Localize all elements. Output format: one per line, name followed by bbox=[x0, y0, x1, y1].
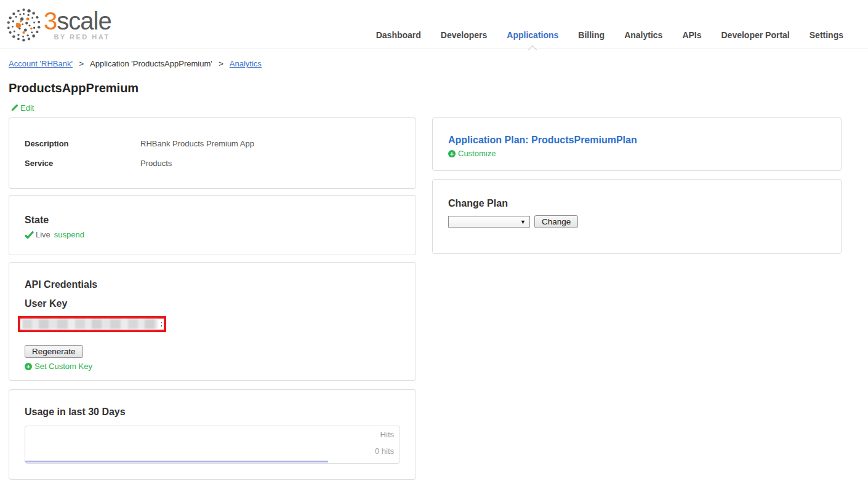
state-status: Live bbox=[36, 230, 50, 239]
user-key-blur bbox=[22, 319, 158, 329]
user-key-heading: User Key bbox=[25, 298, 400, 309]
usage-chart[interactable]: Hits 0 hits bbox=[25, 426, 400, 464]
caret-down-icon: ▼ bbox=[520, 219, 526, 225]
nav-item-billing[interactable]: Billing bbox=[578, 29, 605, 41]
chart-total-hits: 0 hits bbox=[375, 446, 394, 456]
service-row: Service Products bbox=[25, 159, 400, 168]
breadcrumb: Account 'RHBank' > Application 'Products… bbox=[9, 59, 868, 68]
main-nav: Dashboard Developers Applications Billin… bbox=[356, 29, 843, 41]
change-plan-panel: Change Plan ▼ Change bbox=[432, 179, 842, 254]
right-column: Application Plan: ProductsPremiumPlan + … bbox=[432, 117, 842, 480]
suspend-link[interactable]: suspend bbox=[54, 230, 84, 239]
3scale-dots-icon bbox=[6, 7, 41, 42]
description-label: Description bbox=[25, 139, 140, 148]
checkmark-icon bbox=[25, 231, 34, 239]
state-panel: State Live suspend bbox=[9, 195, 416, 255]
plus-circle-icon: + bbox=[448, 150, 456, 157]
chart-legend-hits: Hits bbox=[380, 430, 394, 439]
nav-item-developer-portal[interactable]: Developer Portal bbox=[721, 29, 790, 41]
nav-item-apis[interactable]: APIs bbox=[682, 29, 701, 41]
page-title: ProductsAppPremium bbox=[9, 81, 868, 95]
application-plan-link[interactable]: Application Plan: ProductsPremiumPlan bbox=[448, 135, 637, 146]
change-plan-controls: ▼ Change bbox=[448, 215, 826, 228]
user-key-redacted-field[interactable]: ; bbox=[18, 316, 166, 332]
edit-row: Edit bbox=[11, 103, 868, 113]
service-label: Service bbox=[25, 159, 140, 168]
application-plan-panel: Application Plan: ProductsPremiumPlan + … bbox=[432, 117, 842, 171]
description-value: RHBank Products Premium App bbox=[140, 139, 254, 148]
change-button[interactable]: Change bbox=[534, 215, 578, 228]
api-credentials-heading: API Credentials bbox=[25, 279, 400, 290]
user-key-tail: ; bbox=[161, 320, 163, 327]
service-link[interactable]: Products bbox=[140, 159, 172, 168]
nav-item-analytics[interactable]: Analytics bbox=[624, 29, 662, 41]
nav-item-developers[interactable]: Developers bbox=[441, 29, 487, 41]
top-header: 3scale BY RED HAT Dashboard Developers A… bbox=[0, 0, 868, 49]
nav-item-applications[interactable]: Applications bbox=[507, 29, 558, 41]
regenerate-button[interactable]: Regenerate bbox=[25, 345, 83, 358]
chart-zero-line bbox=[25, 461, 328, 462]
application-details-panel: Description RHBank Products Premium App … bbox=[9, 117, 416, 189]
main-content: Description RHBank Products Premium App … bbox=[9, 117, 868, 480]
logo[interactable]: 3scale BY RED HAT bbox=[6, 7, 111, 42]
breadcrumb-separator: > bbox=[219, 59, 223, 68]
change-plan-heading: Change Plan bbox=[448, 198, 826, 209]
breadcrumb-application: Application 'ProductsAppPremium' bbox=[90, 59, 212, 68]
set-custom-key-link[interactable]: + Set Custom Key bbox=[25, 362, 92, 371]
nav-item-settings[interactable]: Settings bbox=[810, 29, 843, 41]
pencil-icon bbox=[11, 104, 18, 111]
state-row: Live suspend bbox=[25, 230, 400, 239]
left-column: Description RHBank Products Premium App … bbox=[9, 117, 416, 480]
plus-circle-icon: + bbox=[25, 363, 32, 370]
nav-item-dashboard[interactable]: Dashboard bbox=[376, 29, 421, 41]
description-row: Description RHBank Products Premium App bbox=[25, 139, 400, 148]
brand-wordmark: 3scale bbox=[44, 9, 111, 33]
breadcrumb-analytics-link[interactable]: Analytics bbox=[230, 59, 262, 68]
state-heading: State bbox=[25, 215, 400, 226]
edit-link[interactable]: Edit bbox=[11, 103, 34, 113]
brand-tagline: BY RED HAT bbox=[44, 33, 111, 41]
plan-select[interactable]: ▼ bbox=[448, 216, 530, 228]
usage-panel: Usage in last 30 Days Hits 0 hits bbox=[9, 389, 416, 480]
api-credentials-panel: API Credentials User Key ; Regenerate + … bbox=[9, 262, 416, 381]
customize-link[interactable]: + Customize bbox=[448, 149, 496, 158]
breadcrumb-account-link[interactable]: Account 'RHBank' bbox=[9, 59, 73, 68]
usage-heading: Usage in last 30 Days bbox=[25, 407, 400, 418]
breadcrumb-separator: > bbox=[79, 59, 84, 68]
